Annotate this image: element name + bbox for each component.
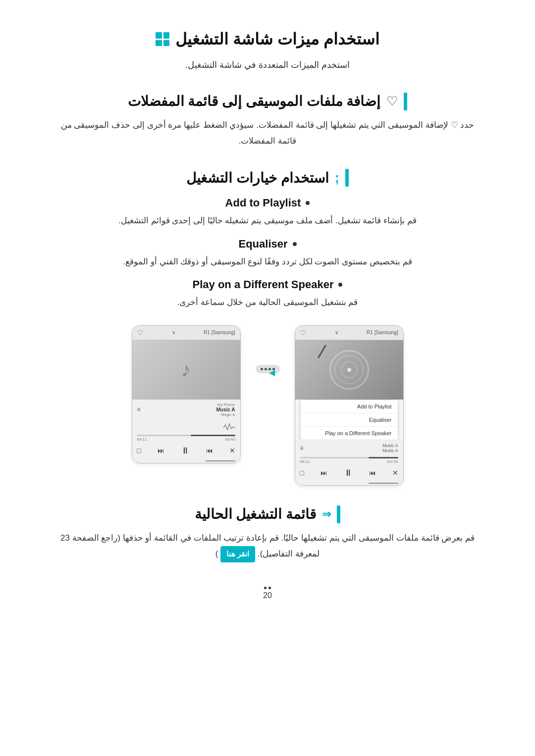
- phone-right-album-art: ♪: [132, 340, 240, 400]
- pause-btn-right[interactable]: ⏸: [181, 446, 190, 456]
- progress-times-right: 65:40 69:11: [137, 437, 235, 442]
- section2-title: إضافة ملفات الموسيقى إلى قائمة المفضلات: [128, 93, 381, 109]
- phone-left-header: [Samsung] R1 ∨ ♡: [295, 326, 403, 340]
- phone-left-progress: 0m:55 58:11: [295, 456, 403, 465]
- section4-body-text: قم بعرض قائمة ملفات الموسيقى التي يتم تش…: [60, 533, 475, 558]
- close-btn-right[interactable]: ✕: [229, 447, 235, 454]
- equaliser-body: قم بتخصيص مستوى الصوت لكل تردد وفقًا لنو…: [40, 254, 495, 270]
- phone-left-brand: [Samsung] R1: [367, 330, 398, 335]
- next-btn-right[interactable]: ⏭: [158, 447, 164, 454]
- waveform-icon: [223, 423, 235, 433]
- phone-right-track-sub: Magic A: [216, 412, 235, 417]
- dot3: [261, 368, 263, 370]
- dropdown-menu: Add to Playlist Equaliser Play on a Diff…: [300, 400, 398, 440]
- section1-title: استخدام ميزات شاشة التشغيل: [175, 30, 379, 49]
- arrow-connector: ◀: [256, 365, 280, 373]
- sub-item-speaker: Play on a Different Speaker قم بتشغيل ال…: [40, 278, 495, 310]
- phone-left-track-text: Music A Music A: [382, 443, 398, 453]
- phone-right-brand: [Samsung] R1: [204, 330, 235, 335]
- phone-right: [Samsung] R1 ∨ ♡ ♪ My Phone Music A Magi…: [132, 325, 241, 463]
- pause-btn-left[interactable]: ⏸: [344, 468, 353, 478]
- page-dots: [264, 587, 271, 589]
- page-number: 20: [40, 591, 495, 600]
- grid-icon: [156, 32, 169, 46]
- progress-fill-left: [369, 457, 398, 458]
- dot-icon: [306, 201, 310, 205]
- inline-link[interactable]: انقر هنا: [220, 546, 255, 562]
- speaker-label: Play on a Different Speaker: [193, 278, 334, 291]
- phone-right-heart-icon: ♡: [137, 329, 144, 337]
- dot-icon-2: [293, 242, 297, 246]
- colon-icon: ;: [335, 170, 339, 186]
- phone-right-track-details: My Phone Music A Magic A ≡: [132, 400, 240, 420]
- music-note-icon: ♪: [181, 358, 191, 381]
- speaker-body: قم بتشغيل الموسيقى الحالية من خلال سماعة…: [40, 295, 495, 310]
- section4-title: قائمة التشغيل الحالية: [195, 506, 317, 522]
- section3-blue-bar: [345, 169, 349, 187]
- section4-header: ⇒ قائمة التشغيل الحالية: [40, 505, 495, 523]
- sub-item-add-playlist: Add to Playlist قم بإنشاء قائمة تشغيل. أ…: [40, 197, 495, 229]
- repeat-btn-left[interactable]: □: [300, 469, 304, 477]
- arrow-dots: ◀: [256, 365, 280, 373]
- arrow-left-icon: ◀: [272, 368, 275, 370]
- menu-item-speaker[interactable]: Play on a Different Speaker: [301, 427, 398, 440]
- hamburger-icon: ≡: [300, 445, 304, 452]
- equaliser-label: Equaliser: [238, 238, 287, 251]
- dot-icon-3: [338, 283, 342, 287]
- arrow-right-icon: ⇒: [322, 508, 331, 521]
- equaliser-icon-right: ≡: [137, 406, 141, 413]
- phone-left-controls: ✕ ⏮ ⏸ ⏭ □: [295, 465, 403, 481]
- page-content: استخدام ميزات شاشة التشغيل استخدم الميزا…: [0, 0, 535, 756]
- section2-body: حدد ♡ لإضافة الموسيقى التي يتم تشغيلها إ…: [40, 117, 495, 150]
- sub-item-equaliser-header: Equaliser: [40, 238, 495, 251]
- mockup-area: [Samsung] R1 ∨ ♡ Add to Playlist Equalis…: [40, 325, 495, 486]
- repeat-btn-right[interactable]: □: [137, 447, 141, 454]
- vinyl-center: [347, 368, 351, 372]
- phone-left-heart-icon: ♡: [300, 329, 307, 337]
- phone-right-progress: 65:40 69:11: [132, 420, 240, 443]
- dot2: [265, 368, 267, 370]
- page-dot-2: [264, 587, 267, 589]
- page-dot-1: [268, 587, 271, 589]
- sub-item-equaliser: Equaliser قم بتخصيص مستوى الصوت لكل تردد…: [40, 238, 495, 270]
- page-footer: 20: [40, 582, 495, 600]
- prev-btn-right[interactable]: ⏮: [206, 447, 213, 454]
- section3-header: ; استخدام خيارات التشغيل: [40, 169, 495, 187]
- section2-blue-bar: [404, 93, 407, 110]
- section2-header: ♡ إضافة ملفات الموسيقى إلى قائمة المفضلا…: [40, 93, 495, 110]
- section1-header: استخدام ميزات شاشة التشغيل: [40, 30, 495, 49]
- add-playlist-body: قم بإنشاء قائمة تشغيل. أضف ملف موسيقى يت…: [40, 213, 495, 229]
- progress-fill-right: [191, 435, 235, 436]
- progress-bar-left: [300, 457, 398, 458]
- chevron-icon: ∨: [335, 330, 338, 335]
- dot1: [268, 368, 271, 370]
- next-btn-left[interactable]: ⏭: [321, 469, 327, 477]
- menu-item-add-playlist[interactable]: Add to Playlist: [301, 400, 398, 413]
- vinyl-rings: [329, 350, 369, 390]
- prev-btn-left[interactable]: ⏮: [369, 469, 376, 477]
- sub-item-speaker-header: Play on a Different Speaker: [40, 278, 495, 291]
- phone-left-album-art: [295, 340, 403, 400]
- section3-title: استخدام خيارات التشغيل: [186, 170, 329, 186]
- section4-closing-paren: ): [215, 549, 218, 558]
- phone-left-track-info: Music A Music A ≡: [295, 440, 403, 456]
- phone-right-header: [Samsung] R1 ∨ ♡: [132, 326, 240, 340]
- menu-item-equaliser[interactable]: Equaliser: [301, 413, 398, 427]
- heart-icon: ♡: [386, 94, 398, 109]
- phone-right-controls: ✕ ⏮ ⏸ ⏭ □: [132, 443, 240, 459]
- sub-item-add-playlist-header: Add to Playlist: [40, 197, 495, 209]
- needle-icon: [318, 345, 326, 358]
- phone-left: [Samsung] R1 ∨ ♡ Add to Playlist Equalis…: [295, 325, 404, 486]
- chevron-icon-right: ∨: [172, 330, 175, 335]
- phone-right-track-source: My Phone: [216, 403, 235, 407]
- progress-bar-right: [137, 435, 235, 436]
- phone-right-track-name: Music A: [216, 407, 235, 412]
- close-btn-left[interactable]: ✕: [392, 469, 398, 477]
- section4-blue-bar: [337, 505, 340, 523]
- section1-intro: استخدم الميزات المتعددة في شاشة التشغيل.: [40, 57, 495, 73]
- add-playlist-label: Add to Playlist: [225, 197, 301, 209]
- progress-times-left: 0m:55 58:11: [300, 459, 398, 464]
- section4-body: قم بعرض قائمة ملفات الموسيقى التي يتم تش…: [40, 530, 495, 562]
